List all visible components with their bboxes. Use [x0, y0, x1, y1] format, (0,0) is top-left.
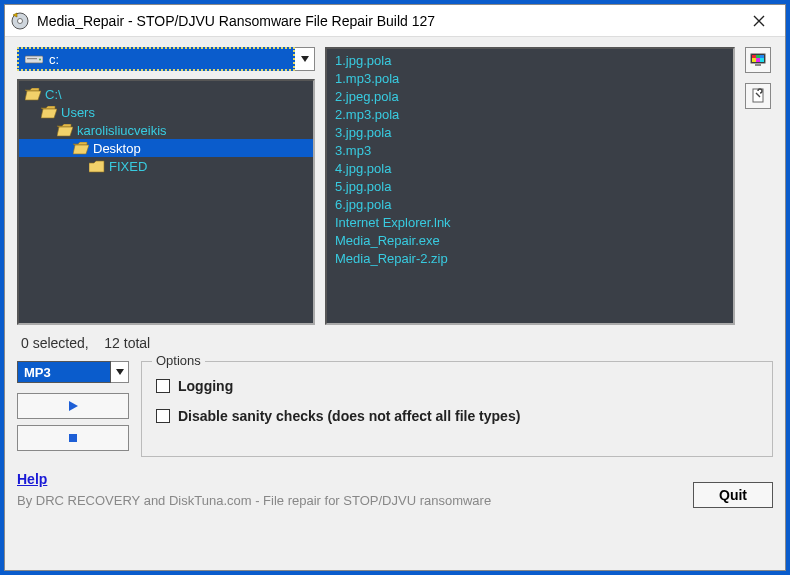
tree-item-label: C:\: [45, 87, 62, 102]
svg-rect-12: [755, 64, 761, 66]
file-item[interactable]: 6.jpg.pola: [335, 197, 725, 215]
controls-column: MP3: [17, 361, 129, 457]
file-item[interactable]: Internet Explorer.lnk: [335, 215, 725, 233]
sanity-checkbox[interactable]: [156, 409, 170, 423]
drive-icon: [25, 53, 43, 65]
folder-open-icon: [73, 142, 89, 155]
option-sanity-row: Disable sanity checks (does not affect a…: [156, 408, 758, 424]
options-legend: Options: [152, 353, 205, 368]
svg-rect-8: [760, 55, 764, 58]
folder-icon: [89, 160, 105, 173]
chevron-down-icon: [301, 56, 309, 62]
drive-combo[interactable]: c:: [17, 47, 295, 71]
file-item[interactable]: Media_Repair-2.zip: [335, 251, 725, 269]
svg-point-4: [39, 59, 41, 61]
status-total: 12 total: [104, 335, 150, 351]
file-item[interactable]: 4.jpg.pola: [335, 161, 725, 179]
tree-item[interactable]: C:\: [19, 85, 313, 103]
stop-icon: [67, 432, 79, 444]
close-button[interactable]: [739, 7, 779, 35]
svg-rect-14: [69, 434, 77, 442]
svg-rect-7: [756, 55, 760, 58]
credits-text: By DRC RECOVERY and DiskTuna.com - File …: [17, 493, 693, 508]
file-item[interactable]: 1.jpg.pola: [335, 53, 725, 71]
svg-rect-9: [752, 58, 756, 62]
repair-button[interactable]: [745, 83, 771, 109]
monitor-icon: [750, 53, 766, 67]
chevron-down-icon: [116, 369, 124, 375]
app-icon: [11, 12, 29, 30]
format-dropdown-button[interactable]: [111, 361, 129, 383]
monitor-button[interactable]: [745, 47, 771, 73]
svg-rect-3: [27, 58, 37, 59]
file-item[interactable]: 5.jpg.pola: [335, 179, 725, 197]
status-selected: 0 selected,: [21, 335, 89, 351]
svg-rect-10: [756, 58, 760, 62]
quit-button[interactable]: Quit: [693, 482, 773, 508]
options-groupbox: Options Logging Disable sanity checks (d…: [141, 361, 773, 457]
bottom-row: MP3: [17, 361, 773, 457]
tree-item[interactable]: Desktop: [19, 139, 313, 157]
folder-open-icon: [41, 106, 57, 119]
file-item[interactable]: 3.mp3: [335, 143, 725, 161]
wrench-document-icon: [751, 88, 765, 104]
svg-rect-6: [752, 55, 756, 58]
folder-open-icon: [25, 88, 41, 101]
svg-rect-11: [760, 58, 764, 62]
svg-point-1: [18, 18, 23, 23]
tree-item[interactable]: FIXED: [19, 157, 313, 175]
side-toolbar: [745, 47, 773, 325]
content-area: c: C:\UserskarolisliucveikisDesktopFIXED…: [5, 37, 785, 570]
logging-label: Logging: [178, 378, 233, 394]
tree-item[interactable]: Users: [19, 103, 313, 121]
titlebar: Media_Repair - STOP/DJVU Ransomware File…: [5, 5, 785, 37]
file-item[interactable]: 1.mp3.pola: [335, 71, 725, 89]
folder-tree[interactable]: C:\UserskarolisliucveikisDesktopFIXED: [17, 79, 315, 325]
drive-label: c:: [49, 52, 59, 67]
format-value: MP3: [24, 365, 51, 380]
logging-checkbox[interactable]: [156, 379, 170, 393]
play-button[interactable]: [17, 393, 129, 419]
tree-item-label: Desktop: [93, 141, 141, 156]
tree-item-label: FIXED: [109, 159, 147, 174]
file-item[interactable]: Media_Repair.exe: [335, 233, 725, 251]
sanity-label: Disable sanity checks (does not affect a…: [178, 408, 520, 424]
left-pane: c: C:\UserskarolisliucveikisDesktopFIXED: [17, 47, 315, 325]
stop-button[interactable]: [17, 425, 129, 451]
window-title: Media_Repair - STOP/DJVU Ransomware File…: [37, 13, 739, 29]
format-selector-row: MP3: [17, 361, 129, 383]
file-list[interactable]: 1.jpg.pola1.mp3.pola2.jpeg.pola2.mp3.pol…: [325, 47, 735, 325]
option-logging-row: Logging: [156, 378, 758, 394]
footer: Help By DRC RECOVERY and DiskTuna.com - …: [17, 457, 773, 508]
app-window: Media_Repair - STOP/DJVU Ransomware File…: [4, 4, 786, 571]
file-item[interactable]: 2.jpeg.pola: [335, 89, 725, 107]
status-line: 0 selected, 12 total: [21, 335, 769, 351]
drive-selector-row: c:: [17, 47, 315, 71]
tree-item-label: karolisliucveikis: [77, 123, 167, 138]
panes-row: c: C:\UserskarolisliucveikisDesktopFIXED…: [17, 47, 773, 325]
drive-dropdown-button[interactable]: [295, 47, 315, 71]
format-combo[interactable]: MP3: [17, 361, 111, 383]
file-item[interactable]: 3.jpg.pola: [335, 125, 725, 143]
tree-item-label: Users: [61, 105, 95, 120]
play-icon: [67, 400, 79, 412]
close-icon: [753, 15, 765, 27]
file-item[interactable]: 2.mp3.pola: [335, 107, 725, 125]
tree-item[interactable]: karolisliucveikis: [19, 121, 313, 139]
folder-open-icon: [57, 124, 73, 137]
help-link[interactable]: Help: [17, 471, 47, 487]
quit-label: Quit: [719, 487, 747, 503]
